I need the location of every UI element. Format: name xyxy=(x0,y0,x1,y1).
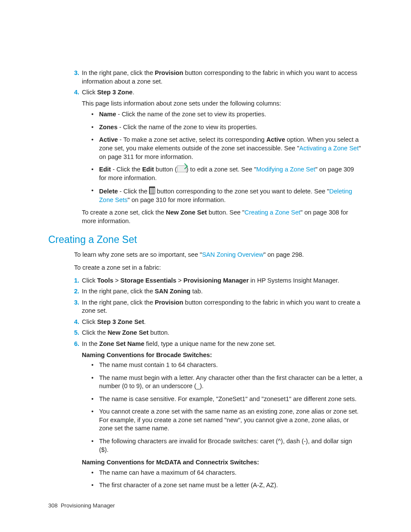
list-item-name: Name - Click the name of the zone set to… xyxy=(91,110,363,119)
mcdata-heading: Naming Conventions for McDATA and Connec… xyxy=(82,458,363,467)
create-step-5: 5.Click the New Zone Set button. xyxy=(71,329,363,337)
list-item: The name must begin with a letter. Any c… xyxy=(91,374,363,391)
list-item: The name is case sensitive. For example,… xyxy=(91,395,363,404)
step-number: 4. xyxy=(71,88,79,97)
list-item: The name can have a maximum of 64 charac… xyxy=(91,469,363,477)
step-number: 3. xyxy=(71,69,79,78)
zone-columns-list: Name - Click the name of the zone set to… xyxy=(91,110,363,204)
step-text: Click the New Zone Set button. xyxy=(82,329,169,336)
step-number: 1. xyxy=(71,277,79,285)
step-4: 4.Click Step 3 Zone. xyxy=(71,88,363,97)
step-number: 6. xyxy=(71,340,79,348)
create-step-1: 1.Click Tools > Storage Essentials > Pro… xyxy=(71,277,363,285)
list-item-zones: Zones - Click the name of the zone to vi… xyxy=(91,123,363,132)
step-4-description: This page lists information about zone s… xyxy=(82,100,363,108)
list-item-edit: Edit - Click the Edit button () to edit … xyxy=(91,165,363,182)
step-number: 2. xyxy=(71,287,79,296)
list-item: The following characters are invalid for… xyxy=(91,437,363,454)
intro-para-1: To learn why zone sets are so important,… xyxy=(74,251,363,259)
heading-creating-zone-set: Creating a Zone Set xyxy=(48,233,363,246)
list-item: You cannot create a zone set with the sa… xyxy=(91,408,363,433)
link-modifying-zone-set[interactable]: Modifying a Zone Set xyxy=(256,166,315,173)
mcdata-list: The name can have a maximum of 64 charac… xyxy=(91,469,363,490)
delete-icon xyxy=(149,187,155,194)
page-number: 308 xyxy=(48,502,58,509)
link-creating-zone-set[interactable]: Creating a Zone Set xyxy=(245,209,301,216)
step-number: 3. xyxy=(71,299,79,307)
list-item-delete: Delete - Click the button corresponding … xyxy=(91,187,363,204)
create-step-2: 2.In the right pane, click the SAN Zonin… xyxy=(71,287,363,296)
step-text: In the Zone Set Name field, type a uniqu… xyxy=(82,340,276,347)
brocade-list: The name must contain 1 to 64 characters… xyxy=(91,361,363,454)
step-text: Click Tools > Storage Essentials > Provi… xyxy=(82,277,339,284)
create-step-3: 3.In the right pane, click the Provision… xyxy=(71,299,363,315)
step-3: 3.In the right pane, click the Provision… xyxy=(71,69,363,86)
edit-icon xyxy=(177,165,187,172)
step-number: 5. xyxy=(71,329,79,337)
list-item: The name must contain 1 to 64 characters… xyxy=(91,361,363,370)
create-step-4: 4.Click Step 3 Zone Set. xyxy=(71,318,363,327)
intro-para-2: To create a zone set in a fabric: xyxy=(74,264,363,272)
step-4-closing: To create a zone set, click the New Zone… xyxy=(82,208,363,225)
list-item: The first character of a zone set name m… xyxy=(91,481,363,490)
link-activating-zone-set[interactable]: Activating a Zone Set xyxy=(299,145,359,152)
link-san-zoning-overview[interactable]: SAN Zoning Overview xyxy=(202,251,264,258)
brocade-heading: Naming Conventions for Brocade Switches: xyxy=(82,351,363,360)
step-text: In the right pane, click the SAN Zoning … xyxy=(82,288,202,295)
step-text: Click Step 3 Zone Set. xyxy=(82,318,146,325)
step-text: In the right pane, click the Provision b… xyxy=(82,299,360,314)
step-number: 4. xyxy=(71,318,79,327)
step-text: In the right pane, click the Provision b… xyxy=(82,69,357,85)
create-step-6: 6.In the Zone Set Name field, type a uni… xyxy=(71,340,363,348)
list-item-active: Active - To make a zone set active, sele… xyxy=(91,136,363,161)
page-footer: 308 Provisioning Manager xyxy=(48,502,363,510)
footer-title: Provisioning Manager xyxy=(61,502,115,509)
step-text: Click Step 3 Zone. xyxy=(82,89,134,96)
document-page: 3.In the right pane, click the Provision… xyxy=(0,0,411,532)
